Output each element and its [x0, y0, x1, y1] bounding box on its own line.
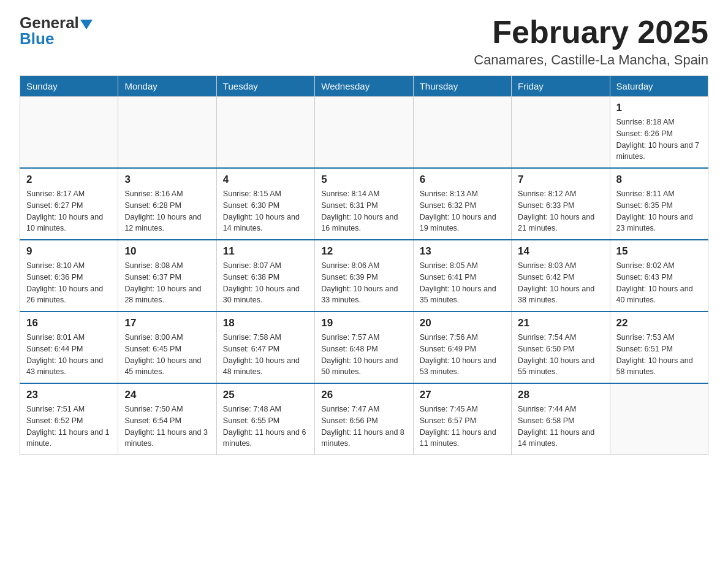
- calendar-day-cell: 14Sunrise: 8:03 AM Sunset: 6:42 PM Dayli…: [512, 240, 610, 312]
- calendar-day-cell: 28Sunrise: 7:44 AM Sunset: 6:58 PM Dayli…: [512, 383, 610, 455]
- day-number: 8: [616, 174, 702, 186]
- calendar-day-cell: 4Sunrise: 8:15 AM Sunset: 6:30 PM Daylig…: [216, 168, 314, 240]
- weekday-header-wednesday: Wednesday: [315, 76, 413, 97]
- day-number: 9: [26, 245, 112, 258]
- calendar-day-cell: 24Sunrise: 7:50 AM Sunset: 6:54 PM Dayli…: [118, 383, 216, 455]
- day-info: Sunrise: 7:53 AM Sunset: 6:51 PM Dayligh…: [616, 332, 702, 378]
- day-info: Sunrise: 8:08 AM Sunset: 6:37 PM Dayligh…: [124, 260, 210, 306]
- calendar-day-cell: 15Sunrise: 8:02 AM Sunset: 6:43 PM Dayli…: [610, 240, 708, 312]
- month-title: February 2025: [474, 15, 708, 50]
- calendar-day-cell: 9Sunrise: 8:10 AM Sunset: 6:36 PM Daylig…: [20, 240, 118, 312]
- calendar-day-cell: 19Sunrise: 7:57 AM Sunset: 6:48 PM Dayli…: [315, 312, 413, 383]
- calendar-table: SundayMondayTuesdayWednesdayThursdayFrid…: [20, 75, 708, 455]
- day-number: 19: [321, 317, 406, 329]
- logo-general-line: General: [20, 15, 93, 31]
- calendar-day-cell: 26Sunrise: 7:47 AM Sunset: 6:56 PM Dayli…: [315, 383, 413, 455]
- day-info: Sunrise: 8:00 AM Sunset: 6:45 PM Dayligh…: [124, 332, 210, 378]
- calendar-day-cell: 10Sunrise: 8:08 AM Sunset: 6:37 PM Dayli…: [118, 240, 216, 312]
- title-block: February 2025 Canamares, Castille-La Man…: [474, 15, 708, 68]
- day-info: Sunrise: 7:56 AM Sunset: 6:49 PM Dayligh…: [420, 332, 505, 378]
- weekday-header-friday: Friday: [512, 76, 610, 97]
- calendar-week-row: 2Sunrise: 8:17 AM Sunset: 6:27 PM Daylig…: [20, 168, 708, 240]
- day-info: Sunrise: 8:13 AM Sunset: 6:32 PM Dayligh…: [420, 188, 505, 234]
- calendar-day-cell: 25Sunrise: 7:48 AM Sunset: 6:55 PM Dayli…: [216, 383, 314, 455]
- calendar-day-cell: 20Sunrise: 7:56 AM Sunset: 6:49 PM Dayli…: [413, 312, 511, 383]
- calendar-day-cell: 5Sunrise: 8:14 AM Sunset: 6:31 PM Daylig…: [315, 168, 413, 240]
- day-number: 7: [518, 174, 603, 186]
- day-number: 13: [420, 245, 505, 258]
- day-info: Sunrise: 7:51 AM Sunset: 6:52 PM Dayligh…: [26, 404, 112, 450]
- day-info: Sunrise: 7:45 AM Sunset: 6:57 PM Dayligh…: [420, 404, 505, 450]
- calendar-day-cell: [413, 97, 511, 169]
- day-info: Sunrise: 7:47 AM Sunset: 6:56 PM Dayligh…: [321, 404, 406, 450]
- calendar-day-cell: 11Sunrise: 8:07 AM Sunset: 6:38 PM Dayli…: [216, 240, 314, 312]
- calendar-day-cell: 2Sunrise: 8:17 AM Sunset: 6:27 PM Daylig…: [20, 168, 118, 240]
- calendar-day-cell: 16Sunrise: 8:01 AM Sunset: 6:44 PM Dayli…: [20, 312, 118, 383]
- calendar-day-cell: 23Sunrise: 7:51 AM Sunset: 6:52 PM Dayli…: [20, 383, 118, 455]
- weekday-header-saturday: Saturday: [610, 76, 708, 97]
- logo-blue-text: Blue: [20, 29, 54, 48]
- day-number: 4: [223, 174, 308, 186]
- day-number: 18: [223, 317, 308, 329]
- calendar-day-cell: 22Sunrise: 7:53 AM Sunset: 6:51 PM Dayli…: [610, 312, 708, 383]
- day-number: 28: [518, 389, 603, 401]
- day-info: Sunrise: 8:15 AM Sunset: 6:30 PM Dayligh…: [223, 188, 308, 234]
- weekday-header-thursday: Thursday: [413, 76, 511, 97]
- day-number: 10: [124, 245, 210, 258]
- day-number: 3: [124, 174, 210, 186]
- day-info: Sunrise: 8:02 AM Sunset: 6:43 PM Dayligh…: [616, 260, 702, 306]
- day-info: Sunrise: 7:58 AM Sunset: 6:47 PM Dayligh…: [223, 332, 308, 378]
- day-info: Sunrise: 7:44 AM Sunset: 6:58 PM Dayligh…: [518, 404, 603, 450]
- day-number: 20: [420, 317, 505, 329]
- day-number: 21: [518, 317, 603, 329]
- calendar-day-cell: 6Sunrise: 8:13 AM Sunset: 6:32 PM Daylig…: [413, 168, 511, 240]
- day-info: Sunrise: 8:12 AM Sunset: 6:33 PM Dayligh…: [518, 188, 603, 234]
- calendar-header-row: SundayMondayTuesdayWednesdayThursdayFrid…: [20, 76, 708, 97]
- calendar-day-cell: [216, 97, 314, 169]
- day-info: Sunrise: 8:11 AM Sunset: 6:35 PM Dayligh…: [616, 188, 702, 234]
- day-info: Sunrise: 8:17 AM Sunset: 6:27 PM Dayligh…: [26, 188, 112, 234]
- day-number: 25: [223, 389, 308, 401]
- calendar-day-cell: [512, 97, 610, 169]
- day-info: Sunrise: 8:06 AM Sunset: 6:39 PM Dayligh…: [321, 260, 406, 306]
- day-info: Sunrise: 8:16 AM Sunset: 6:28 PM Dayligh…: [124, 188, 210, 234]
- day-number: 5: [321, 174, 406, 186]
- calendar-day-cell: 3Sunrise: 8:16 AM Sunset: 6:28 PM Daylig…: [118, 168, 216, 240]
- day-info: Sunrise: 7:48 AM Sunset: 6:55 PM Dayligh…: [223, 404, 308, 450]
- calendar-week-row: 1Sunrise: 8:18 AM Sunset: 6:26 PM Daylig…: [20, 97, 708, 169]
- day-number: 26: [321, 389, 406, 401]
- day-number: 12: [321, 245, 406, 258]
- calendar-week-row: 16Sunrise: 8:01 AM Sunset: 6:44 PM Dayli…: [20, 312, 708, 383]
- day-number: 23: [26, 389, 112, 401]
- calendar-day-cell: 17Sunrise: 8:00 AM Sunset: 6:45 PM Dayli…: [118, 312, 216, 383]
- calendar-day-cell: [315, 97, 413, 169]
- calendar-day-cell: 8Sunrise: 8:11 AM Sunset: 6:35 PM Daylig…: [610, 168, 708, 240]
- day-info: Sunrise: 8:18 AM Sunset: 6:26 PM Dayligh…: [616, 117, 702, 163]
- calendar-day-cell: 13Sunrise: 8:05 AM Sunset: 6:41 PM Dayli…: [413, 240, 511, 312]
- day-number: 15: [616, 245, 702, 258]
- day-info: Sunrise: 8:14 AM Sunset: 6:31 PM Dayligh…: [321, 188, 406, 234]
- calendar-week-row: 23Sunrise: 7:51 AM Sunset: 6:52 PM Dayli…: [20, 383, 708, 455]
- location-title: Canamares, Castille-La Mancha, Spain: [474, 52, 708, 68]
- day-number: 1: [616, 102, 702, 114]
- page-header: General Blue February 2025 Canamares, Ca…: [20, 15, 708, 68]
- calendar-day-cell: 18Sunrise: 7:58 AM Sunset: 6:47 PM Dayli…: [216, 312, 314, 383]
- weekday-header-tuesday: Tuesday: [216, 76, 314, 97]
- calendar-day-cell: 1Sunrise: 8:18 AM Sunset: 6:26 PM Daylig…: [610, 97, 708, 169]
- calendar-day-cell: [20, 97, 118, 169]
- calendar-week-row: 9Sunrise: 8:10 AM Sunset: 6:36 PM Daylig…: [20, 240, 708, 312]
- calendar-day-cell: [610, 383, 708, 455]
- weekday-header-monday: Monday: [118, 76, 216, 97]
- day-info: Sunrise: 7:54 AM Sunset: 6:50 PM Dayligh…: [518, 332, 603, 378]
- logo-blue-line: Blue: [20, 31, 54, 47]
- day-info: Sunrise: 7:57 AM Sunset: 6:48 PM Dayligh…: [321, 332, 406, 378]
- day-number: 6: [420, 174, 505, 186]
- day-info: Sunrise: 8:10 AM Sunset: 6:36 PM Dayligh…: [26, 260, 112, 306]
- day-info: Sunrise: 8:05 AM Sunset: 6:41 PM Dayligh…: [420, 260, 505, 306]
- day-number: 14: [518, 245, 603, 258]
- calendar-day-cell: 27Sunrise: 7:45 AM Sunset: 6:57 PM Dayli…: [413, 383, 511, 455]
- logo: General Blue: [20, 15, 93, 47]
- day-info: Sunrise: 7:50 AM Sunset: 6:54 PM Dayligh…: [124, 404, 210, 450]
- day-number: 17: [124, 317, 210, 329]
- day-info: Sunrise: 8:03 AM Sunset: 6:42 PM Dayligh…: [518, 260, 603, 306]
